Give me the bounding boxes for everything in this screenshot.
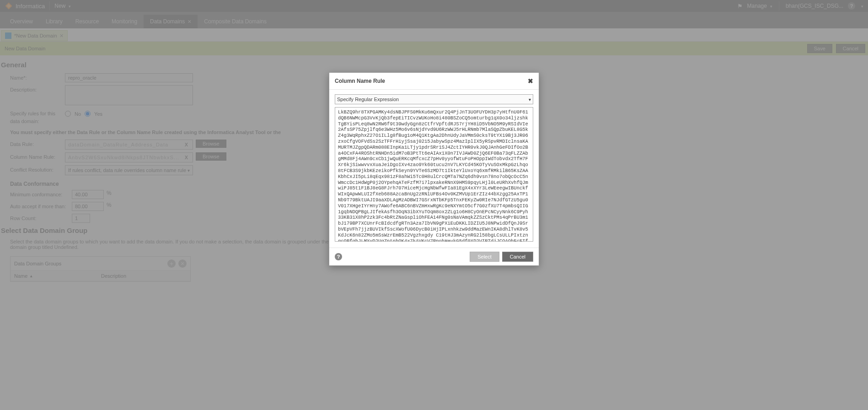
dialog-select-button[interactable]: Select bbox=[470, 252, 499, 262]
dialog-title: Column Name Rule bbox=[335, 78, 385, 84]
rule-type-select[interactable]: Specify Regular Expression ▾ bbox=[335, 94, 533, 104]
regex-textarea[interactable] bbox=[335, 107, 533, 242]
help-icon[interactable]: ? bbox=[335, 253, 342, 260]
dialog-close-icon[interactable]: ✖ bbox=[528, 77, 533, 85]
column-name-rule-dialog: Column Name Rule ✖ Specify Regular Expre… bbox=[329, 72, 539, 266]
chevron-down-icon: ▾ bbox=[529, 97, 531, 102]
dialog-cancel-button[interactable]: Cancel bbox=[502, 252, 533, 262]
